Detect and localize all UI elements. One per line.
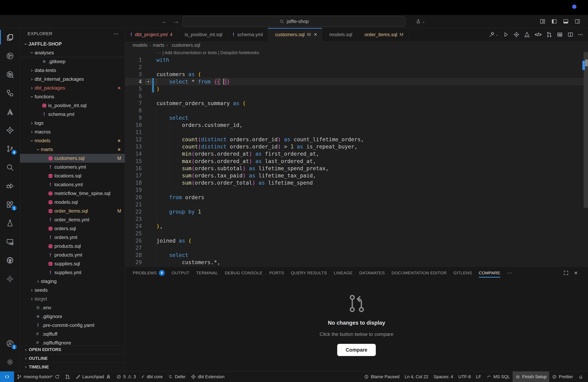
- code-line-12[interactable]: 12 count(distinct orders.order_id) as co…: [125, 136, 588, 143]
- file-row-models.sql[interactable]: models.sql: [20, 198, 125, 207]
- file-row-.pre-commit-config.yaml[interactable]: !.pre-commit-config.yaml: [20, 321, 125, 330]
- code-line-11[interactable]: 11: [125, 129, 588, 136]
- tab-order_items.sql[interactable]: order_items.sqlM: [357, 28, 408, 41]
- code-line-7[interactable]: 7customer_orders_summary as (: [125, 100, 588, 107]
- file-row-customers.sql[interactable]: customers.sqlM: [20, 154, 125, 163]
- compare-changes-button[interactable]: [546, 32, 552, 38]
- command-center-search[interactable]: jaffle-shop: [183, 16, 406, 27]
- close-icon[interactable]: ×: [314, 32, 317, 38]
- code-line-25[interactable]: 25: [125, 230, 588, 237]
- activity-altimate-datapilot[interactable]: [0, 102, 20, 121]
- tab-dbt_project.yml[interactable]: !dbt_project.yml4: [125, 28, 177, 41]
- more-actions-button[interactable]: ⋯: [578, 32, 583, 37]
- breadcrumb-item[interactable]: models: [133, 42, 147, 48]
- code-line-4[interactable]: 4+ select * from {{ }}: [125, 78, 588, 85]
- file-row-products.yml[interactable]: !products.yml: [20, 250, 125, 259]
- file-row-products.sql[interactable]: products.sql: [20, 242, 125, 250]
- code-line-1[interactable]: 1with: [125, 56, 588, 63]
- scrollbar-thumb[interactable]: [584, 52, 588, 208]
- code-line-14[interactable]: 14 min(orders.ordered_at) as first_order…: [125, 150, 588, 157]
- activity-accounts[interactable]: 1: [0, 334, 20, 353]
- activity-search[interactable]: [0, 158, 20, 177]
- activity-github[interactable]: [0, 251, 20, 269]
- panel-tab-documentation-editor[interactable]: DOCUMENTATION EDITOR: [392, 267, 447, 279]
- file-row-macros[interactable]: ›macros: [20, 128, 125, 136]
- file-row-.sqlfluffignore[interactable]: .sqlfluffignore: [20, 339, 125, 345]
- file-row-locations.yml[interactable]: !locations.yml: [20, 180, 125, 189]
- query-results-button[interactable]: [557, 32, 563, 38]
- code-line-20[interactable]: 20 from orders: [125, 194, 588, 201]
- activity-schema-flow[interactable]: [0, 84, 20, 102]
- code-line-3[interactable]: 3customers as (: [125, 71, 588, 78]
- breadcrumb-item[interactable]: marts: [153, 42, 164, 48]
- file-row-marts[interactable]: ›marts: [20, 145, 125, 154]
- file-row-dbt_internal_packages[interactable]: ›dbt_internal_packages: [20, 75, 125, 83]
- code-line-28[interactable]: 28 select: [125, 251, 588, 259]
- file-row-orders.yml[interactable]: !orders.yml: [20, 233, 125, 242]
- activity-source-control[interactable]: 4: [0, 139, 20, 158]
- status-notifications[interactable]: [576, 371, 586, 382]
- code-line-17[interactable]: 17 sum(orders.tax_paid) as lifetime_tax_…: [125, 172, 588, 179]
- code-line-16[interactable]: 16 sum(orders.subtotal) as lifetime_spen…: [125, 165, 588, 172]
- share-button[interactable]: ⌄: [416, 19, 425, 24]
- panel-tab-datamates[interactable]: DATAMATES: [359, 267, 385, 279]
- status-prettier[interactable]: Prettier: [549, 371, 576, 382]
- code-line-13[interactable]: 13 count(distinct orders.order_id) > 1 a…: [125, 143, 588, 150]
- status-dbt-extension[interactable]: dbt Extension: [188, 371, 227, 382]
- file-row-orders.sql[interactable]: orders.sql: [20, 224, 125, 233]
- file-row-.gitignore[interactable]: .gitignore: [20, 312, 125, 321]
- history-forward-button[interactable]: →: [173, 18, 179, 25]
- activity-explorer[interactable]: [0, 28, 20, 47]
- code-line-29[interactable]: 29 customers.*,: [125, 259, 588, 266]
- toggle-panel-button[interactable]: [563, 18, 569, 24]
- section-open-editors[interactable]: ›OPEN EDITORS: [20, 345, 125, 354]
- code-line-26[interactable]: 26joined as (: [125, 237, 588, 244]
- activity-testing[interactable]: [0, 214, 20, 232]
- dbt-power-user-button[interactable]: [513, 32, 519, 38]
- file-row-functions[interactable]: ›functions: [20, 92, 125, 101]
- panel-tab-lineage[interactable]: LINEAGE: [334, 267, 353, 279]
- toggle-primary-sidebar-button[interactable]: [551, 18, 557, 24]
- status-indentation[interactable]: Spaces: 4: [431, 371, 456, 382]
- activity-extension-x[interactable]: [0, 269, 20, 288]
- status-language[interactable]: MS SQL: [484, 371, 513, 382]
- status-remote[interactable]: [0, 371, 14, 382]
- inline-add-button[interactable]: +: [146, 79, 151, 84]
- file-row-metricflow_time_spine.sql[interactable]: metricflow_time_spine.sql: [20, 189, 125, 198]
- panel-tab-query-results[interactable]: QUERY RESULTS: [291, 267, 327, 279]
- views-and-more-actions-button[interactable]: ⋯: [114, 31, 119, 37]
- activity-remote-explorer[interactable]: [0, 232, 20, 251]
- file-row-analyses[interactable]: ›analyses: [20, 48, 125, 57]
- file-row-models[interactable]: ›models: [20, 136, 125, 145]
- tab-is_positive_int.sql[interactable]: is_positive_int.sql: [177, 28, 227, 41]
- file-row-supplies.sql[interactable]: supplies.sql: [20, 259, 125, 268]
- file-row-.sqlfluff[interactable]: .sqlfluff: [20, 330, 125, 339]
- activity-settings[interactable]: [0, 353, 20, 371]
- panel-tab-compare[interactable]: COMPARE: [479, 267, 500, 279]
- panel-tab-gitlens[interactable]: GITLENS: [453, 267, 472, 279]
- customize-layout-button[interactable]: [540, 18, 546, 24]
- file-row-is_positive_int.sql[interactable]: is_positive_int.sql: [20, 101, 125, 110]
- dbt-build-button[interactable]: ⌄: [489, 32, 498, 38]
- status-finish-setup[interactable]: Finish Setup: [513, 371, 549, 382]
- file-row-staging[interactable]: ›staging: [20, 277, 125, 286]
- status-cursor-position[interactable]: Ln 4, Col 22: [402, 371, 431, 382]
- more-panel-views-button[interactable]: ⋯: [507, 270, 512, 276]
- code-line-10[interactable]: 10 orders.customer_id,: [125, 121, 588, 129]
- code-line-2[interactable]: 2: [125, 63, 588, 71]
- breadcrumb[interactable]: models›marts›customers.sql: [125, 41, 588, 49]
- file-row-customers.yml[interactable]: !customers.yml: [20, 163, 125, 172]
- code-line-15[interactable]: 15 max(orders.ordered_at) as last_ordere…: [125, 158, 588, 165]
- compare-button[interactable]: Compare: [337, 344, 376, 356]
- status-launchpad[interactable]: Launchpad: [73, 371, 114, 382]
- activity-dbt-power-user[interactable]: [0, 121, 20, 139]
- status-encoding[interactable]: UTF-8: [456, 371, 473, 382]
- file-row-dbt_packages[interactable]: ›dbt_packages: [20, 83, 125, 92]
- file-row-order_items.sql[interactable]: order_items.sqlM: [20, 207, 125, 215]
- open-code-button[interactable]: </>: [535, 32, 542, 37]
- file-row-.gitkeep[interactable]: .gitkeep: [20, 57, 125, 66]
- code-line-23[interactable]: 23: [125, 215, 588, 223]
- status-dbt-core[interactable]: ✓dbt core: [139, 371, 165, 382]
- tab-customers.sql[interactable]: customers.sqlM×: [268, 28, 322, 41]
- activity-run-and-debug[interactable]: [0, 177, 20, 195]
